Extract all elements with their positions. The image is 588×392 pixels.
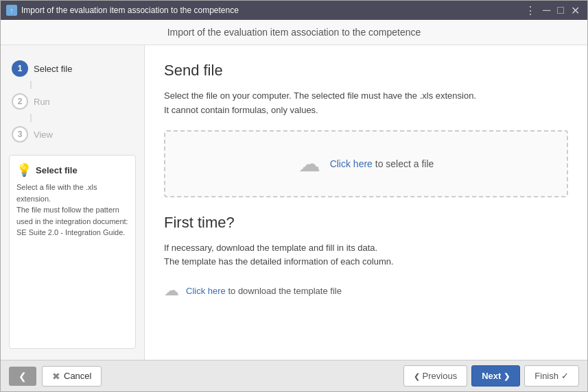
finish-label: Finish	[534, 371, 558, 381]
hint-text: Select a file with the .xls extension. T…	[16, 182, 128, 238]
first-time-title: First time?	[164, 214, 568, 232]
template-description: If necessary, download the template and …	[164, 241, 568, 270]
chevron-left-icon: ❮	[19, 371, 27, 382]
next-chevron-icon	[504, 371, 510, 381]
upload-link[interactable]: Click here	[330, 158, 373, 169]
maximize-icon[interactable]: □	[555, 4, 566, 16]
step-item-1[interactable]: 1 Select file	[12, 56, 133, 81]
step-circle-2: 2	[12, 93, 28, 110]
window-title: Import of the evaluation item associatio…	[21, 5, 239, 15]
download-cloud-icon: ☁	[164, 282, 179, 299]
header-bar: Import of the evaluation item associatio…	[1, 20, 587, 45]
prev-chevron-icon	[414, 371, 420, 381]
upload-text: Click here to select a file	[330, 158, 434, 169]
download-suffix: to download the template file	[228, 286, 342, 296]
step-connector-2	[30, 114, 32, 122]
bottom-bar: ❮ ✖ Cancel Previous Next Finish	[1, 360, 587, 391]
previous-label: Previous	[423, 371, 458, 381]
step-item-3[interactable]: 3 View	[12, 122, 133, 147]
step-list: 1 Select file 2 Run 3	[1, 56, 144, 147]
upload-suffix: to select a file	[375, 158, 434, 169]
finish-check-icon	[561, 371, 569, 381]
hint-box: 💡 Select file Select a file with the .xl…	[9, 155, 136, 349]
app-icon: ↑	[6, 5, 17, 16]
first-time-section: First time? If necessary, download the t…	[164, 214, 568, 300]
previous-button[interactable]: Previous	[403, 365, 468, 387]
hint-header: 💡 Select file	[16, 162, 128, 177]
window-controls: ⋮ ─ □ ✕	[523, 4, 582, 17]
step-circle-1: 1	[12, 60, 28, 77]
minimize-icon[interactable]: ─	[541, 4, 552, 16]
main-window: ↑ Import of the evaluation item associat…	[0, 0, 588, 392]
hint-title: Select file	[36, 165, 78, 175]
step-connector-1	[30, 81, 32, 89]
next-button[interactable]: Next	[471, 365, 520, 387]
sidebar: 1 Select file 2 Run 3	[1, 45, 145, 360]
step-item-2[interactable]: 2 Run	[12, 89, 133, 114]
title-bar-left: ↑ Import of the evaluation item associat…	[6, 5, 239, 16]
step-label-3: View	[34, 130, 53, 140]
bottom-right: Previous Next Finish	[403, 365, 579, 387]
main-area: 1 Select file 2 Run 3	[1, 45, 587, 360]
bottom-left: ❮ ✖ Cancel	[9, 366, 102, 387]
download-area: ☁ Click here to download the template fi…	[164, 282, 568, 299]
send-file-description: Select the file on your computer. The se…	[164, 89, 568, 118]
finish-button[interactable]: Finish	[524, 365, 579, 387]
step-circle-3: 3	[12, 126, 28, 143]
bulb-icon: 💡	[16, 162, 32, 177]
step-label-2: Run	[34, 97, 50, 107]
send-file-title: Send file	[164, 62, 568, 79]
title-bar: ↑ Import of the evaluation item associat…	[1, 1, 587, 20]
content-area: Send file Select the file on your comput…	[145, 45, 587, 360]
cancel-label: Cancel	[64, 371, 91, 381]
download-link[interactable]: Click here	[186, 286, 226, 296]
more-icon[interactable]: ⋮	[523, 4, 538, 17]
close-icon[interactable]: ✕	[569, 4, 582, 17]
header-title: Import of the evaluation item associatio…	[167, 27, 421, 38]
cancel-icon: ✖	[52, 371, 60, 382]
upload-cloud-icon: ☁	[298, 151, 320, 177]
next-label: Next	[482, 371, 501, 381]
sidebar-toggle-button[interactable]: ❮	[9, 367, 36, 386]
step-label-1: Select file	[34, 64, 72, 74]
send-file-section: Send file Select the file on your comput…	[164, 62, 568, 197]
upload-zone[interactable]: ☁ Click here to select a file	[164, 130, 568, 197]
cancel-button[interactable]: ✖ Cancel	[42, 366, 102, 387]
download-text: Click here to download the template file	[186, 286, 342, 296]
